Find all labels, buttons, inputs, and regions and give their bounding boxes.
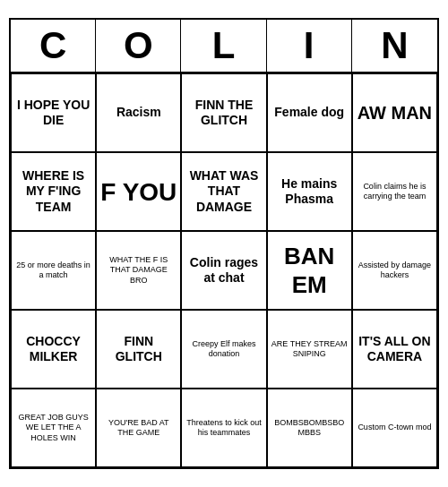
bingo-cell: 25 or more deaths in a match <box>11 231 96 310</box>
bingo-cell: Racism <box>96 73 181 152</box>
header-letter: L <box>181 20 266 72</box>
bingo-cell: Assisted by damage hackers <box>352 231 437 310</box>
bingo-cell: YOU'RE BAD AT THE GAME <box>96 389 181 467</box>
bingo-cell: Colin claims he is carrying the team <box>352 152 437 231</box>
bingo-cell: He mains Phasma <box>267 152 352 231</box>
bingo-cell: BOMBSBOMBSBOMBBS <box>267 389 352 467</box>
header-letter: N <box>352 20 437 72</box>
bingo-cell: BAN EM <box>267 231 352 310</box>
bingo-cell: CHOCCY MILKER <box>11 310 96 389</box>
bingo-cell: WHAT THE F IS THAT DAMAGE BRO <box>96 231 181 310</box>
bingo-cell: I HOPE YOU DIE <box>11 73 96 152</box>
bingo-cell: Female dog <box>267 73 352 152</box>
bingo-cell: Custom C-town mod <box>352 389 437 467</box>
header-letter: O <box>96 20 181 72</box>
bingo-cell: Colin rages at chat <box>181 231 266 310</box>
bingo-cell: FINN THE GLITCH <box>181 73 266 152</box>
bingo-cell: ARE THEY STREAM SNIPING <box>267 310 352 389</box>
bingo-cell: F YOU <box>96 152 181 231</box>
bingo-grid: I HOPE YOU DIERacismFINN THE GLITCHFemal… <box>11 73 437 467</box>
bingo-cell: WHAT WAS THAT DAMAGE <box>181 152 266 231</box>
bingo-cell: GREAT JOB GUYS WE LET THE A HOLES WIN <box>11 389 96 467</box>
bingo-header: COLIN <box>11 20 437 73</box>
header-letter: C <box>11 20 96 72</box>
bingo-cell: Threatens to kick out his teammates <box>181 389 266 467</box>
bingo-card: COLIN I HOPE YOU DIERacismFINN THE GLITC… <box>9 18 439 469</box>
bingo-cell: AW MAN <box>352 73 437 152</box>
header-letter: I <box>267 20 352 72</box>
bingo-cell: IT'S ALL ON CAMERA <box>352 310 437 389</box>
bingo-cell: WHERE IS MY F'ING TEAM <box>11 152 96 231</box>
bingo-cell: Creepy Elf makes donation <box>181 310 266 389</box>
bingo-cell: FINN GLITCH <box>96 310 181 389</box>
